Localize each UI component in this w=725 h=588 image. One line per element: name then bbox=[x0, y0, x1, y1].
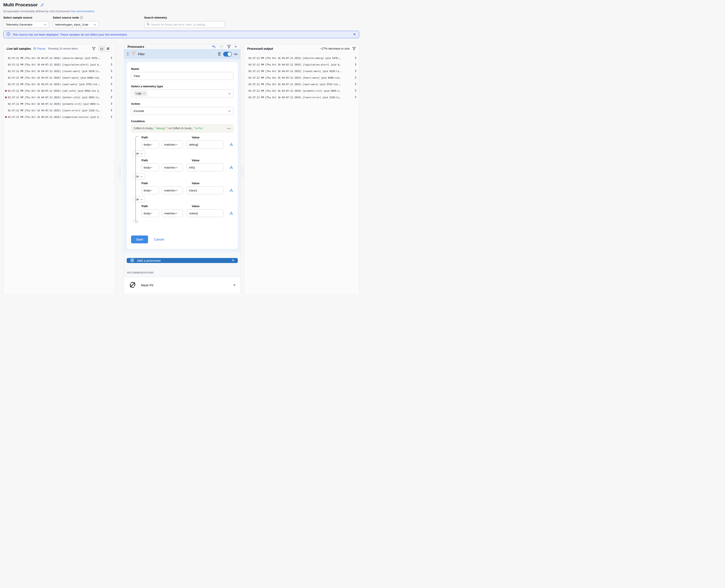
log-row[interactable]: 02:37:12 PM [Thu Oct 16 04:07:12 2025] [… bbox=[244, 87, 359, 94]
log-row[interactable]: 02:37:12 PM [Thu Oct 16 04:07:12 2025] [… bbox=[3, 101, 115, 107]
undo-icon[interactable] bbox=[212, 45, 216, 48]
resize-handle[interactable] bbox=[118, 166, 121, 178]
branch-condition-icon[interactable] bbox=[229, 188, 233, 192]
value-input[interactable] bbox=[187, 186, 223, 194]
drag-handle-icon[interactable] bbox=[127, 52, 129, 56]
search-input[interactable] bbox=[151, 23, 223, 26]
source-node-value: telemetrygen_input_1cae bbox=[55, 23, 94, 26]
recommendation-log-to-pattern[interactable]: Log to Pattern + bbox=[124, 293, 241, 294]
log-row[interactable]: 02:37:12 PM [Thu Oct 16 04:07:12 2025] [… bbox=[244, 94, 359, 101]
chevron-right-icon[interactable] bbox=[355, 63, 356, 67]
chevron-right-icon[interactable] bbox=[111, 76, 112, 80]
log-text: 02:37:12 PM [Thu Oct 16 04:07:12 2025] [… bbox=[249, 89, 355, 92]
filter-output-icon[interactable] bbox=[352, 47, 356, 50]
log-row[interactable]: 02:37:12 PM [Thu Oct 16 04:07:12 2025] [… bbox=[3, 75, 115, 81]
help-icon[interactable]: ? bbox=[80, 16, 83, 19]
redo-icon[interactable] bbox=[220, 45, 223, 48]
action-select[interactable]: Exclude bbox=[131, 107, 233, 115]
chevron-right-icon[interactable] bbox=[111, 96, 112, 99]
operator-select[interactable]: matches bbox=[162, 164, 183, 171]
code-arg: body, bbox=[146, 127, 154, 130]
log-row[interactable]: 02:37:12 PM [Thu Oct 16 04:07:12 2025] [… bbox=[244, 75, 359, 81]
log-row[interactable]: 02:37:12 PM [Thu Oct 16 04:07:12 2025] [… bbox=[3, 114, 115, 120]
chevron-right-icon[interactable] bbox=[111, 63, 112, 67]
branch-condition-icon[interactable] bbox=[229, 142, 233, 147]
add-processor-icon[interactable]: + bbox=[234, 44, 237, 49]
chevron-right-icon[interactable] bbox=[111, 82, 112, 86]
recommendation-mask-pii[interactable]: Mask PII + bbox=[124, 277, 241, 293]
or-operator-select[interactable]: OR bbox=[133, 173, 145, 180]
chevron-right-icon[interactable] bbox=[355, 69, 356, 73]
or-operator-select[interactable]: OR bbox=[133, 196, 145, 202]
live-tail-header: Live tail samples Pause Showing 10 recen… bbox=[3, 44, 115, 53]
path-select[interactable]: body bbox=[142, 186, 159, 194]
close-icon[interactable]: ✕ bbox=[353, 33, 356, 36]
operator-select[interactable]: matches bbox=[162, 209, 183, 217]
save-button[interactable]: Save bbox=[131, 235, 148, 244]
resize-handle[interactable] bbox=[241, 166, 244, 178]
log-row[interactable]: 02:37:12 PM [Thu Oct 16 04:07:12 2025] [… bbox=[3, 81, 115, 87]
add-a-processor-button[interactable]: Add a processor + bbox=[127, 258, 238, 263]
chevron-right-icon[interactable] bbox=[355, 89, 356, 93]
operator-select[interactable]: matches bbox=[162, 186, 183, 194]
code-paren: ( bbox=[145, 127, 146, 130]
value-input[interactable] bbox=[187, 164, 223, 171]
branch-condition-icon[interactable] bbox=[229, 165, 233, 170]
branch-condition-icon[interactable] bbox=[229, 211, 233, 215]
condition-group: PathValue body matches bbox=[142, 159, 233, 171]
operator-select[interactable]: matches bbox=[162, 141, 183, 148]
source-node-select[interactable]: telemetrygen_input_1cae bbox=[53, 21, 99, 28]
path-select[interactable]: body bbox=[142, 141, 159, 148]
log-row[interactable]: 02:37:12 PM [Thu Oct 16 04:07:12 2025] [… bbox=[244, 61, 359, 68]
chevron-right-icon[interactable] bbox=[111, 69, 112, 73]
value-input[interactable] bbox=[187, 141, 223, 148]
value-input[interactable] bbox=[187, 209, 223, 217]
chevron-right-icon[interactable] bbox=[111, 102, 112, 106]
json-view-button[interactable]: { } bbox=[99, 46, 105, 51]
chevron-right-icon[interactable] bbox=[111, 108, 112, 112]
filter-processors-icon[interactable] bbox=[227, 45, 231, 48]
add-recommendation-icon[interactable]: + bbox=[233, 282, 236, 288]
filter-processor-row[interactable]: Filter on bbox=[124, 49, 241, 59]
log-row[interactable]: 02:37:12 PM [Thu Oct 16 04:07:12 2025] [… bbox=[244, 55, 359, 61]
log-row[interactable]: 02:37:12 PM [Thu Oct 16 04:07:12 2025] [… bbox=[244, 81, 359, 87]
path-select[interactable]: body bbox=[142, 209, 159, 217]
telemetry-type-select[interactable]: Logs ✕ bbox=[131, 89, 233, 97]
chevron-down-icon bbox=[94, 23, 96, 26]
cancel-button[interactable]: Cancel bbox=[154, 238, 164, 241]
chevron-right-icon[interactable] bbox=[355, 96, 356, 99]
chevron-right-icon[interactable] bbox=[355, 56, 356, 60]
remove-chip-icon[interactable]: ✕ bbox=[143, 92, 145, 95]
chevron-right-icon[interactable] bbox=[111, 56, 112, 60]
or-operator-select[interactable]: OR bbox=[133, 151, 145, 156]
log-row[interactable]: 02:37:12 PM [Thu Oct 16 04:07:12 2025] [… bbox=[3, 87, 115, 94]
log-row[interactable]: 02:37:12 PM [Thu Oct 16 04:07:12 2025] [… bbox=[3, 68, 115, 75]
log-text: 02:37:12 PM [Thu Oct 16 04:07:12 2025] [… bbox=[249, 63, 355, 66]
name-field[interactable] bbox=[133, 75, 231, 78]
log-row[interactable]: 02:37:12 PM [Thu Oct 16 04:07:12 2025] [… bbox=[3, 55, 115, 61]
subtitle-text: Encapsulates functionality defined by a … bbox=[3, 10, 71, 13]
see-documentation-link[interactable]: See documentation. bbox=[71, 10, 95, 13]
log-row[interactable]: 02:37:12 PM [Thu Oct 16 04:07:12 2025] [… bbox=[3, 61, 115, 68]
chevron-right-icon[interactable] bbox=[111, 89, 112, 93]
controls-row: Select sample source Telemetry Generator… bbox=[3, 16, 359, 28]
list-view-button[interactable] bbox=[105, 46, 111, 51]
pause-button[interactable]: Pause bbox=[34, 47, 45, 50]
sample-source-select[interactable]: Telemetry Generator bbox=[3, 21, 49, 28]
ellipsis-icon[interactable]: ●●● bbox=[227, 127, 231, 129]
processor-on-toggle[interactable] bbox=[223, 52, 232, 57]
main-area: Live tail samples Pause Showing 10 recen… bbox=[0, 44, 362, 294]
code-fn: IsMatch bbox=[133, 127, 145, 130]
size-decrease-note: ~27% decrease in size bbox=[320, 47, 350, 50]
chevron-right-icon[interactable] bbox=[111, 115, 112, 119]
edit-title-icon[interactable] bbox=[40, 3, 44, 7]
path-select[interactable]: body bbox=[142, 164, 159, 171]
chevron-right-icon[interactable] bbox=[355, 76, 356, 80]
filter-samples-icon[interactable] bbox=[92, 47, 96, 50]
condition-expression[interactable]: IsMatch(body, "debug]") or IsMatch(body,… bbox=[131, 124, 233, 132]
log-row[interactable]: 02:37:12 PM [Thu Oct 16 04:07:12 2025] [… bbox=[3, 94, 115, 101]
log-row[interactable]: 02:37:12 PM [Thu Oct 16 04:07:12 2025] [… bbox=[244, 68, 359, 75]
log-row[interactable]: 02:37:12 PM [Thu Oct 16 04:07:12 2025] [… bbox=[3, 107, 115, 114]
chevron-right-icon[interactable] bbox=[355, 82, 356, 86]
trash-icon[interactable] bbox=[218, 52, 221, 56]
